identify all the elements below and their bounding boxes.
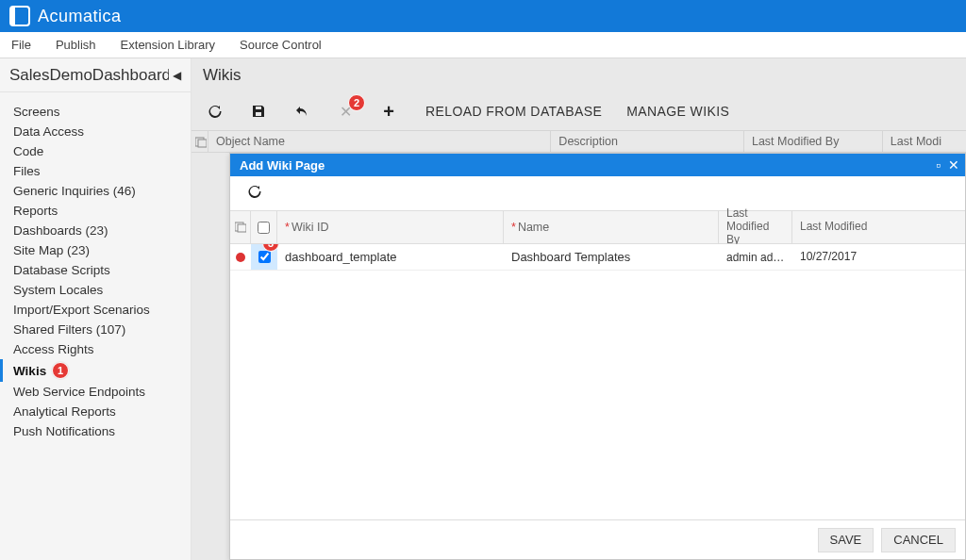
toolbar: ✕ + 2 RELOAD FROM DATABASE MANAGE WIKIS (192, 92, 966, 130)
column-description[interactable]: Description (551, 131, 744, 152)
sidebar-item-label: Shared Filters (107) (13, 322, 125, 337)
sidebar-item-dashboards[interactable]: Dashboards (23) (0, 221, 191, 240)
sidebar-collapse-icon[interactable]: ◀ (169, 67, 185, 84)
dialog-row-last-modified-by: admin ad… (719, 244, 792, 270)
sidebar-title: SalesDemoDashboards ◀ (0, 58, 191, 92)
dialog-column-wiki-id[interactable]: *Wiki ID (277, 211, 504, 243)
sidebar-item-code[interactable]: Code (0, 141, 191, 161)
column-last-modified[interactable]: Last Modi (883, 131, 966, 152)
callout-marker-2: 2 (348, 94, 365, 111)
dialog-cancel-button[interactable]: CANCEL (881, 528, 956, 552)
dialog-close-icon[interactable]: ✕ (948, 157, 959, 173)
dialog-select-all-column[interactable] (251, 211, 277, 243)
dialog-row-last-modified: 10/27/2017 (792, 244, 965, 270)
sidebar-item-label: Push Notifications (13, 424, 115, 438)
menu-extension-library[interactable]: Extension Library (121, 38, 215, 52)
dialog-refresh-icon[interactable] (247, 184, 262, 203)
save-icon[interactable] (250, 103, 267, 120)
sidebar-item-label: Access Rights (13, 342, 94, 356)
sidebar-item-system-locales[interactable]: System Locales (0, 280, 191, 300)
sidebar-item-label: Files (13, 164, 41, 178)
sidebar-item-database-scripts[interactable]: Database Scripts (0, 260, 191, 280)
sidebar-item-site-map[interactable]: Site Map (23) (0, 240, 191, 260)
callout-marker-1: 1 (52, 362, 69, 379)
dialog-grid-header: *Wiki ID *Name Last Modified By Last Mod… (230, 210, 965, 244)
menu-file[interactable]: File (11, 38, 31, 52)
sidebar-item-label: Data Access (13, 124, 84, 139)
sidebar-item-label: System Locales (13, 283, 103, 297)
dialog-footer: SAVE CANCEL (230, 519, 965, 559)
dialog-select-all-checkbox[interactable] (258, 222, 270, 234)
sidebar-item-files[interactable]: Files (0, 161, 191, 181)
top-bar: Acumatica (0, 0, 966, 32)
page-title: Wikis (192, 58, 966, 92)
sidebar-item-label: Database Scripts (13, 263, 110, 277)
column-object-name[interactable]: Object Name (208, 131, 551, 152)
dialog-title: Add Wiki Page (240, 158, 325, 173)
sidebar-item-access-rights[interactable]: Access Rights (0, 339, 191, 359)
dialog-row-name: Dashboard Templates (504, 244, 719, 270)
sidebar-item-data-access[interactable]: Data Access (0, 122, 191, 141)
sidebar-item-label: Import/Export Scenarios (13, 303, 150, 317)
sidebar-list: Screens Data Access Code Files Generic I… (0, 92, 191, 451)
sidebar-item-label: Site Map (23) (13, 243, 90, 257)
menu-source-control[interactable]: Source Control (240, 38, 322, 52)
dialog-row-status-icon (230, 244, 251, 270)
dialog-save-button[interactable]: SAVE (818, 528, 874, 552)
dialog-column-name[interactable]: *Name (504, 211, 719, 243)
sidebar-item-label: Dashboards (23) (13, 223, 108, 238)
dialog-toolbar (230, 176, 965, 210)
sidebar-item-label: Reports (13, 204, 58, 218)
dialog-column-last-modified[interactable]: Last Modified (792, 211, 965, 243)
dialog-column-label: Wiki ID (291, 221, 329, 234)
sidebar: SalesDemoDashboards ◀ Screens Data Acces… (0, 58, 192, 560)
undo-icon[interactable] (293, 103, 310, 120)
sidebar-item-reports[interactable]: Reports (0, 201, 191, 221)
add-icon[interactable]: + (380, 103, 397, 120)
add-wiki-page-dialog: Add Wiki Page ▫ ✕ (229, 153, 966, 560)
sidebar-item-label: Code (13, 144, 43, 158)
refresh-icon[interactable] (207, 103, 224, 120)
project-name: SalesDemoDashboards (9, 66, 169, 85)
dialog-row-select-cell[interactable]: 3 (251, 244, 277, 270)
sidebar-item-push-notifications[interactable]: Push Notifications (0, 421, 191, 441)
main-area: Wikis ✕ + 2 RELOAD FROM DATABASE MANAGE … (192, 58, 966, 560)
sidebar-item-screens[interactable]: Screens (0, 102, 191, 122)
svg-rect-3 (238, 224, 246, 232)
sidebar-item-wikis[interactable]: Wikis 1 (0, 359, 191, 382)
column-last-modified-by[interactable]: Last Modified By (744, 131, 883, 152)
brand-logo-icon (9, 6, 30, 26)
menu-publish[interactable]: Publish (56, 38, 96, 52)
sidebar-item-analytical-reports[interactable]: Analytical Reports (0, 402, 191, 421)
dialog-grid-body: 3 dashboard_template Dashboard Templates… (230, 244, 965, 519)
grid-tool-column (192, 131, 208, 152)
grid-header: Object Name Description Last Modified By… (192, 130, 966, 153)
sidebar-item-label: Generic Inquiries (46) (13, 184, 136, 198)
sidebar-item-label: Analytical Reports (13, 404, 116, 419)
menu-bar: File Publish Extension Library Source Co… (0, 32, 966, 58)
dialog-tool-column (230, 211, 251, 243)
grid-tool-icon (195, 137, 205, 146)
sidebar-item-import-export-scenarios[interactable]: Import/Export Scenarios (0, 300, 191, 320)
dialog-column-label: Name (518, 221, 549, 234)
sidebar-item-label: Screens (13, 105, 60, 119)
brand-name: Acumatica (38, 7, 122, 26)
dialog-column-last-modified-by[interactable]: Last Modified By (719, 211, 792, 243)
sidebar-item-web-service-endpoints[interactable]: Web Service Endpoints (0, 382, 191, 402)
sidebar-item-shared-filters[interactable]: Shared Filters (107) (0, 320, 191, 339)
svg-rect-1 (198, 140, 207, 147)
dialog-title-bar[interactable]: Add Wiki Page ▫ ✕ (230, 154, 965, 176)
manage-wikis-button[interactable]: MANAGE WIKIS (626, 104, 729, 119)
sidebar-item-generic-inquiries[interactable]: Generic Inquiries (46) (0, 181, 191, 201)
dialog-row-checkbox[interactable] (258, 251, 271, 263)
reload-from-database-button[interactable]: RELOAD FROM DATABASE (425, 104, 602, 119)
sidebar-item-label: Web Service Endpoints (13, 385, 145, 399)
sidebar-item-label: Wikis (13, 364, 46, 378)
dialog-maximize-icon[interactable]: ▫ (936, 157, 941, 173)
dialog-row-wiki-id: dashboard_template (277, 244, 504, 270)
dialog-row[interactable]: 3 dashboard_template Dashboard Templates… (230, 244, 965, 271)
